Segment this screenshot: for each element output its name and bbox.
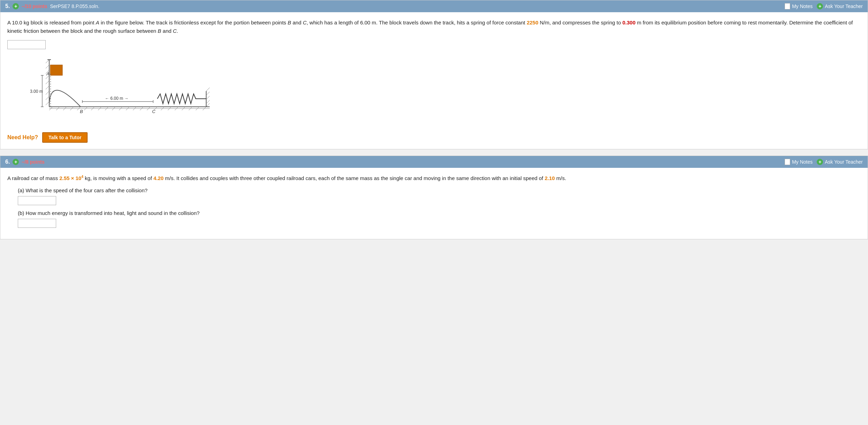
question-6-body: A railroad car of mass 2.55 × 104 kg, is… xyxy=(0,168,868,239)
ask-teacher-plus-icon-6: + xyxy=(817,159,823,165)
question-6: 6. + –/8 points My Notes + Ask Your Teac… xyxy=(0,156,868,239)
talk-to-tutor-button[interactable]: Talk to a Tutor xyxy=(42,132,88,143)
question-5-problem-text: A 10.0 kg block is released from point A… xyxy=(7,18,861,35)
svg-line-49 xyxy=(206,88,210,91)
svg-line-52 xyxy=(206,100,210,104)
need-help-section: Need Help? Talk to a Tutor xyxy=(7,132,861,143)
block-rect xyxy=(50,65,62,75)
question-5-problem-id: SerPSE7 8.P.055.soln. xyxy=(50,3,99,9)
question-6-header-right: My Notes + Ask Your Teacher xyxy=(785,159,863,165)
sub-question-a: (a) What is the speed of the four cars a… xyxy=(18,187,861,193)
sub-question-b: (b) How much energy is transformed into … xyxy=(18,210,861,216)
svg-line-11 xyxy=(46,102,49,105)
question-6-header: 6. + –/8 points My Notes + Ask Your Teac… xyxy=(0,156,868,168)
notes-icon xyxy=(785,3,790,9)
svg-line-7 xyxy=(46,81,49,84)
question-6-number: 6. xyxy=(5,159,10,165)
question-6-plus-icon[interactable]: + xyxy=(13,159,19,165)
spring-constant-value: 2250 xyxy=(527,20,538,25)
mass-value: 2.55 × 104 xyxy=(59,175,83,181)
svg-line-4 xyxy=(46,65,49,68)
svg-text:A: A xyxy=(46,71,50,76)
question-6-header-left: 6. + –/8 points xyxy=(5,159,45,165)
ask-teacher-plus-icon: + xyxy=(817,3,823,9)
compression-value: 0.300 xyxy=(622,20,636,25)
question-6-ask-teacher-button[interactable]: + Ask Your Teacher xyxy=(817,159,863,165)
answer-field-6a[interactable] xyxy=(18,196,56,205)
spring-shape xyxy=(157,94,206,104)
answer-field-5[interactable] xyxy=(7,40,46,49)
physics-diagram-5: A 3.00 m B C ← 6.00 m → xyxy=(28,56,231,126)
speed1-value: 4.20 xyxy=(154,175,164,181)
svg-line-53 xyxy=(206,103,210,107)
svg-line-10 xyxy=(46,96,49,100)
svg-line-9 xyxy=(46,91,49,95)
question-5-number: 5. xyxy=(5,3,10,9)
answer-input-5[interactable] xyxy=(7,40,861,53)
question-6-problem-text: A railroad car of mass 2.55 × 104 kg, is… xyxy=(7,174,861,182)
question-6-points: –/8 points xyxy=(22,159,44,165)
question-5-body: A 10.0 kg block is released from point A… xyxy=(0,12,868,149)
svg-line-50 xyxy=(206,92,210,95)
need-help-label: Need Help? xyxy=(7,134,38,141)
svg-line-8 xyxy=(46,86,49,89)
notes-icon-6 xyxy=(785,159,790,165)
svg-text:3.00 m: 3.00 m xyxy=(30,89,43,94)
svg-line-51 xyxy=(206,96,210,99)
svg-text:B: B xyxy=(80,109,83,114)
svg-text:← 6.00 m →: ← 6.00 m → xyxy=(105,96,128,101)
diagram-svg: A 3.00 m B C ← 6.00 m → xyxy=(28,56,231,126)
answer-field-6b[interactable] xyxy=(18,219,56,228)
svg-line-3 xyxy=(46,60,49,63)
question-5-header-left: 5. + –/10 points SerPSE7 8.P.055.soln. xyxy=(5,3,99,9)
question-5-plus-icon[interactable]: + xyxy=(13,3,19,9)
svg-text:C: C xyxy=(152,109,156,114)
question-6-my-notes-button[interactable]: My Notes xyxy=(785,159,813,165)
speed2-value: 2.10 xyxy=(545,175,555,181)
question-5-ask-teacher-button[interactable]: + Ask Your Teacher xyxy=(817,3,863,9)
question-5-header-right: My Notes + Ask Your Teacher xyxy=(785,3,863,9)
question-5-my-notes-button[interactable]: My Notes xyxy=(785,3,813,9)
question-5: 5. + –/10 points SerPSE7 8.P.055.soln. M… xyxy=(0,0,868,149)
question-5-header: 5. + –/10 points SerPSE7 8.P.055.soln. M… xyxy=(0,0,868,12)
question-5-points: –/10 points xyxy=(22,3,47,9)
